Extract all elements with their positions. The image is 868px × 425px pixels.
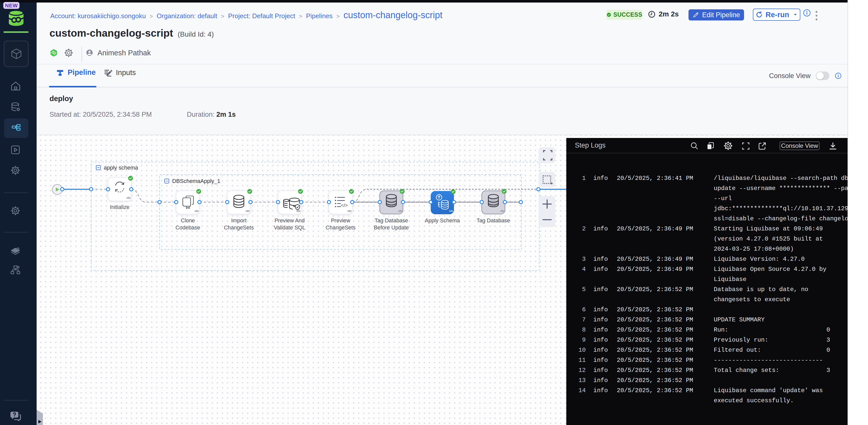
svg-text:ChangeSets: ChangeSets — [224, 225, 254, 231]
svg-text:</>: </> — [449, 209, 454, 213]
svg-text:</>: </> — [500, 209, 504, 213]
svg-text:Import: Import — [231, 218, 247, 224]
svg-text:Codebase: Codebase — [176, 225, 200, 231]
svg-text:</>: </> — [341, 203, 348, 208]
svg-text:Tag Database: Tag Database — [477, 218, 510, 224]
svg-text:</>: </> — [195, 209, 199, 213]
svg-text:Clone: Clone — [181, 218, 195, 224]
svg-text:Before Update: Before Update — [374, 225, 409, 231]
svg-text:Preview And: Preview And — [274, 218, 305, 224]
svg-text:ChangeSets: ChangeSets — [326, 225, 355, 231]
svg-text:</>: </> — [347, 209, 352, 213]
svg-text:</>: </> — [246, 209, 250, 213]
svg-text:apply schema: apply schema — [104, 165, 138, 171]
svg-text:Apply Schema: Apply Schema — [425, 218, 460, 224]
svg-text:Tag Database: Tag Database — [375, 218, 408, 224]
svg-text:</>: </> — [297, 209, 301, 213]
svg-text:Validate SQL: Validate SQL — [274, 225, 305, 231]
svg-text:DBSchemaApply_1: DBSchemaApply_1 — [172, 178, 220, 184]
svg-text:Initialize: Initialize — [110, 204, 129, 210]
svg-text:</>: </> — [126, 196, 131, 199]
svg-text:</>: </> — [398, 209, 402, 213]
svg-text:Preview: Preview — [331, 218, 350, 224]
